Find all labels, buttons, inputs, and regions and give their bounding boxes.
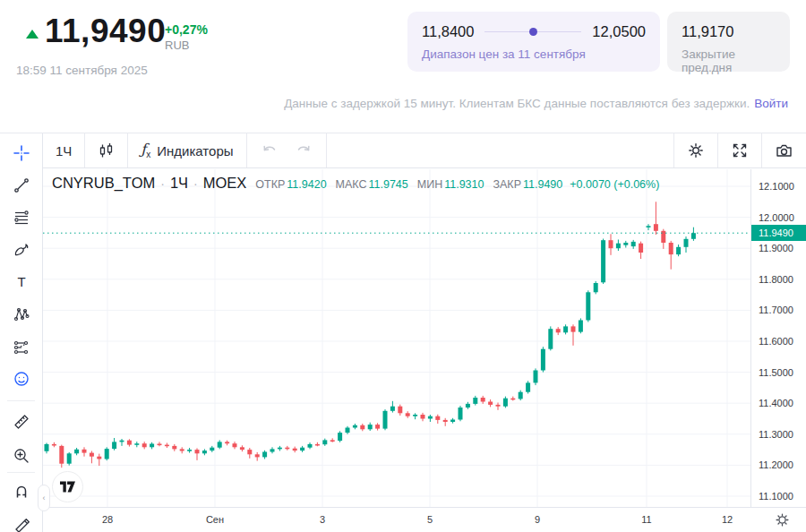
prev-close-label: Закрытие пред.дня <box>682 47 776 74</box>
legend-separator: · <box>160 176 165 191</box>
camera-icon <box>775 142 793 159</box>
quote-timestamp: 18:59 11 сентября 2025 <box>16 64 148 77</box>
axis-settings-icon[interactable] <box>775 512 790 528</box>
smiley-icon <box>13 370 30 388</box>
delay-notice-text: Данные с задержкой 15 минут. Клиентам БК… <box>284 97 750 110</box>
candle <box>262 450 267 459</box>
sidebar-collapse-handle[interactable]: ‹ <box>38 485 50 511</box>
candle <box>338 431 342 442</box>
xabcd-pattern-icon <box>13 305 30 323</box>
price-axis-label: 11.6000 <box>759 336 793 347</box>
candle <box>541 347 545 372</box>
candlestick-chart[interactable] <box>43 169 750 507</box>
snapshot-button[interactable] <box>762 133 806 167</box>
candle <box>202 449 207 455</box>
trend-line-icon <box>13 176 30 194</box>
indicators-button[interactable]: ƒx Индикаторы <box>128 133 245 167</box>
projection-icon <box>13 338 30 356</box>
tradingview-logo[interactable] <box>52 471 83 502</box>
candle <box>293 447 297 453</box>
toolbar-spacer <box>327 133 673 167</box>
candle <box>534 368 538 385</box>
price-axis-label: 11.8000 <box>759 274 793 285</box>
candle <box>563 324 568 334</box>
price-axis-label: 12.1000 <box>759 181 794 192</box>
edit-tool-button[interactable] <box>0 508 42 532</box>
candle <box>609 234 613 255</box>
candle <box>669 241 673 270</box>
candle <box>398 405 402 416</box>
candle <box>158 442 162 446</box>
interval-button[interactable]: 1Ч <box>43 133 84 167</box>
delay-notice: Данные с задержкой 15 минут. Клиентам БК… <box>284 97 788 110</box>
price-axis[interactable]: 12.100012.000011.900011.800011.700011.60… <box>750 169 806 507</box>
pattern-tool-button[interactable] <box>0 298 42 330</box>
candle <box>285 446 289 450</box>
fx-icon: ƒx <box>141 141 150 159</box>
time-axis-label: 3 <box>320 514 325 525</box>
price-up-triangle-icon <box>26 30 39 39</box>
candle <box>360 424 364 431</box>
change-value: +0.0070 (+0.06%) <box>570 178 659 191</box>
last-price-badge: 11.9490 <box>751 225 806 241</box>
candle <box>654 202 658 235</box>
login-link[interactable]: Войти <box>754 97 788 110</box>
text-tool-button[interactable]: T <box>0 266 42 298</box>
candle <box>443 418 448 426</box>
magnet-tool-button[interactable] <box>0 476 42 508</box>
current-price: 11,9490 <box>45 13 166 50</box>
candle <box>218 440 222 449</box>
low-label: МИН <box>417 178 442 191</box>
candle <box>134 442 139 447</box>
trend-line-tool-button[interactable] <box>0 169 42 202</box>
candle <box>368 423 373 431</box>
legend-exchange: MOEX <box>203 175 247 192</box>
chart-settings-button[interactable] <box>674 133 717 167</box>
candle <box>375 423 380 430</box>
high-value: 11.9745 <box>369 178 408 191</box>
candle <box>210 446 214 452</box>
brush-icon <box>13 241 30 259</box>
candle <box>255 452 260 461</box>
forecast-tool-button[interactable] <box>0 330 42 363</box>
indicators-label: Индикаторы <box>157 143 233 159</box>
day-range-card: 11,8400 12,0500 Диапазон цен за 11 сентя… <box>407 12 660 72</box>
candle <box>691 227 696 241</box>
candle <box>488 399 493 407</box>
emoji-tool-button[interactable] <box>0 363 42 395</box>
redo-icon[interactable] <box>295 142 313 159</box>
time-axis[interactable]: 28Сен3591112 <box>43 507 806 532</box>
open-label: ОТКР <box>255 178 285 191</box>
undo-icon[interactable] <box>261 142 279 159</box>
chart-style-button[interactable] <box>85 133 127 167</box>
legend-interval: 1Ч <box>170 175 188 192</box>
range-card-label: Диапазон цен за 11 сентября <box>422 47 646 61</box>
candle <box>120 439 124 446</box>
fullscreen-icon <box>731 142 749 159</box>
zoom-in-tool-button[interactable] <box>0 440 42 472</box>
ruler-icon <box>13 413 30 431</box>
candle <box>233 442 237 449</box>
candle <box>631 240 636 249</box>
legend-symbol[interactable]: CNYRUB_TOM <box>52 175 155 192</box>
candle <box>556 327 561 335</box>
brush-tool-button[interactable] <box>0 234 42 266</box>
measure-tool-button[interactable] <box>0 406 42 438</box>
crosshair-tool-button[interactable] <box>0 137 42 169</box>
candle <box>661 229 665 249</box>
candle <box>510 397 515 401</box>
magnifier-plus-icon <box>13 447 30 465</box>
legend-separator: · <box>193 176 198 191</box>
price-axis-label: 11.1000 <box>759 491 793 502</box>
prev-close-card: 11,9170 Закрытие пред.дня <box>667 12 790 72</box>
price-axis-label: 11.9000 <box>759 243 793 253</box>
gann-lines-tool-button[interactable] <box>0 202 42 234</box>
candle <box>300 446 304 452</box>
fullscreen-button[interactable] <box>718 133 761 167</box>
parallel-lines-icon <box>13 209 30 227</box>
interval-label: 1Ч <box>56 143 72 159</box>
chart-toolbar: 1Ч ƒx Индикаторы <box>43 133 806 168</box>
undo-redo-group <box>247 133 326 167</box>
range-marker-dot <box>529 28 537 36</box>
time-axis-label: 11 <box>641 514 651 525</box>
